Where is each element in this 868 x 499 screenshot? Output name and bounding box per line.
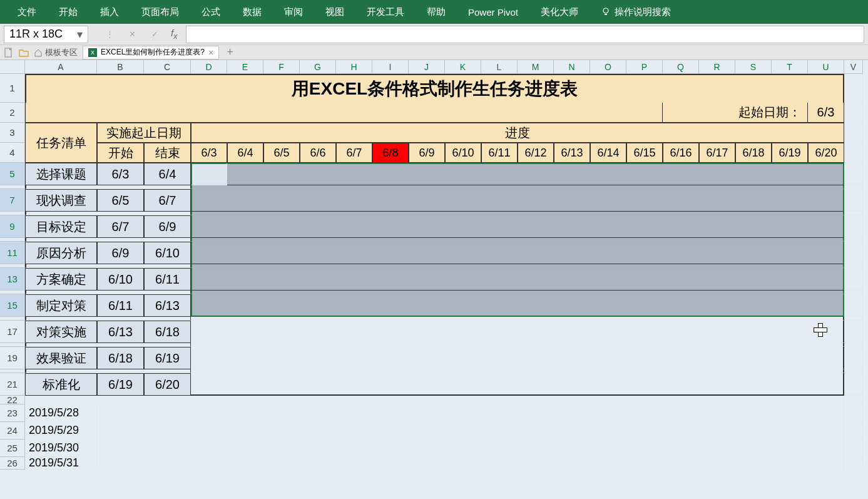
task-name-3[interactable]: 原因分析 bbox=[25, 242, 97, 264]
col-header-J[interactable]: J bbox=[409, 60, 445, 74]
template-area-link[interactable]: 模板专区 bbox=[34, 47, 78, 58]
task-name-4[interactable]: 方案确定 bbox=[25, 268, 97, 291]
task-start-1[interactable]: 6/5 bbox=[97, 189, 144, 212]
extra-date-1[interactable]: 2019/5/29 bbox=[25, 422, 97, 440]
col-header-G[interactable]: G bbox=[300, 60, 336, 74]
row-header-7[interactable]: 7 bbox=[0, 189, 25, 212]
gantt-row-2[interactable] bbox=[191, 215, 844, 238]
task-start-8[interactable]: 6/19 bbox=[97, 373, 144, 396]
row-header-23[interactable]: 23 bbox=[0, 404, 25, 422]
row-header-19[interactable]: 19 bbox=[0, 347, 25, 369]
document-tab[interactable]: X EXCEL里如何制作任务进度表? × bbox=[83, 46, 219, 59]
col-header-O[interactable]: O bbox=[590, 60, 626, 74]
col-header-Q[interactable]: Q bbox=[663, 60, 699, 74]
row-header-1[interactable]: 1 bbox=[0, 74, 25, 103]
row-header-24[interactable]: 24 bbox=[0, 422, 25, 440]
col-header-F[interactable]: F bbox=[263, 60, 300, 74]
task-name-1[interactable]: 现状调查 bbox=[25, 189, 97, 212]
col-header-A[interactable]: A bbox=[25, 60, 97, 74]
task-name-5[interactable]: 制定对策 bbox=[25, 294, 97, 317]
col-header-V[interactable]: V bbox=[844, 60, 863, 74]
new-file-icon[interactable] bbox=[4, 48, 14, 58]
task-end-7[interactable]: 6/19 bbox=[144, 347, 191, 369]
ribbon-developer[interactable]: 开发工具 bbox=[355, 0, 416, 24]
gantt-row-1[interactable] bbox=[191, 189, 844, 212]
gantt-row-4[interactable] bbox=[191, 268, 844, 291]
task-start-3[interactable]: 6/9 bbox=[97, 242, 144, 264]
row-header-25[interactable]: 25 bbox=[0, 440, 25, 457]
ribbon-home[interactable]: 开始 bbox=[48, 0, 89, 24]
col-header-P[interactable]: P bbox=[626, 60, 663, 74]
active-cell[interactable] bbox=[191, 163, 227, 185]
ribbon-tell-me[interactable]: 操作说明搜索 bbox=[590, 0, 682, 24]
extra-date-0[interactable]: 2019/5/28 bbox=[25, 404, 97, 422]
col-header-D[interactable]: D bbox=[191, 60, 227, 74]
ribbon-data[interactable]: 数据 bbox=[232, 0, 273, 24]
gantt-row-5[interactable] bbox=[191, 294, 844, 317]
task-end-2[interactable]: 6/9 bbox=[144, 215, 191, 238]
col-header-H[interactable]: H bbox=[336, 60, 372, 74]
extra-date-2[interactable]: 2019/5/30 bbox=[25, 440, 97, 457]
col-header-T[interactable]: T bbox=[772, 60, 808, 74]
row-header-4[interactable]: 4 bbox=[0, 143, 25, 163]
task-name-2[interactable]: 目标设定 bbox=[25, 215, 97, 238]
col-header-E[interactable]: E bbox=[227, 60, 263, 74]
task-end-5[interactable]: 6/13 bbox=[144, 294, 191, 317]
gantt-row-6[interactable] bbox=[191, 321, 844, 343]
cancel-formula-button[interactable]: ✕ bbox=[122, 27, 142, 42]
formula-input[interactable] bbox=[186, 26, 864, 43]
ribbon-help[interactable]: 帮助 bbox=[416, 0, 457, 24]
col-header-B[interactable]: B bbox=[97, 60, 144, 74]
col-header-N[interactable]: N bbox=[554, 60, 590, 74]
row-header-3[interactable]: 3 bbox=[0, 123, 25, 143]
task-end-1[interactable]: 6/7 bbox=[144, 189, 191, 212]
task-start-2[interactable]: 6/7 bbox=[97, 215, 144, 238]
row-header-21[interactable]: 21 bbox=[0, 373, 25, 396]
ribbon-beautify[interactable]: 美化大师 bbox=[529, 0, 590, 24]
open-folder-icon[interactable] bbox=[19, 48, 29, 58]
new-tab-button[interactable]: + bbox=[224, 46, 236, 59]
name-box[interactable]: 11R x 18C ▾ bbox=[4, 26, 88, 43]
task-start-6[interactable]: 6/13 bbox=[97, 321, 144, 343]
ribbon-review[interactable]: 审阅 bbox=[273, 0, 314, 24]
gantt-row-0-rest[interactable] bbox=[227, 163, 844, 185]
gantt-row-8[interactable] bbox=[191, 373, 844, 396]
task-end-4[interactable]: 6/11 bbox=[144, 268, 191, 291]
col-header-M[interactable]: M bbox=[518, 60, 554, 74]
col-header-I[interactable]: I bbox=[372, 60, 409, 74]
col-header-U[interactable]: U bbox=[808, 60, 844, 74]
task-name-6[interactable]: 对策实施 bbox=[25, 321, 97, 343]
close-tab-icon[interactable]: × bbox=[208, 48, 213, 58]
task-end-6[interactable]: 6/18 bbox=[144, 321, 191, 343]
task-start-7[interactable]: 6/18 bbox=[97, 347, 144, 369]
row-header-5[interactable]: 5 bbox=[0, 163, 25, 185]
start-date-value[interactable]: 6/3 bbox=[808, 103, 844, 123]
chevron-down-icon[interactable]: ▾ bbox=[77, 28, 83, 41]
row-header-2[interactable]: 2 bbox=[0, 103, 25, 123]
spreadsheet[interactable]: ABCDEFGHIJKLMNOPQRSTUV1用EXCEL条件格式制作生任务进度… bbox=[0, 60, 868, 470]
row-header-17[interactable]: 17 bbox=[0, 321, 25, 343]
select-all-corner[interactable] bbox=[0, 60, 25, 74]
task-end-0[interactable]: 6/4 bbox=[144, 163, 191, 185]
ribbon-insert[interactable]: 插入 bbox=[89, 0, 130, 24]
col-header-L[interactable]: L bbox=[481, 60, 518, 74]
task-name-0[interactable]: 选择课题 bbox=[25, 163, 97, 185]
task-start-0[interactable]: 6/3 bbox=[97, 163, 144, 185]
ribbon-page-layout[interactable]: 页面布局 bbox=[130, 0, 190, 24]
task-end-8[interactable]: 6/20 bbox=[144, 373, 191, 396]
row-header-22[interactable]: 22 bbox=[0, 396, 25, 404]
extra-date-3[interactable]: 2019/5/31 bbox=[25, 457, 97, 470]
fx-icon[interactable]: fx bbox=[167, 28, 183, 41]
ribbon-power-pivot[interactable]: Power Pivot bbox=[457, 0, 529, 24]
task-name-7[interactable]: 效果验证 bbox=[25, 347, 97, 369]
task-name-8[interactable]: 标准化 bbox=[25, 373, 97, 396]
row-header-11[interactable]: 11 bbox=[0, 242, 25, 264]
row-header-26[interactable]: 26 bbox=[0, 457, 25, 470]
ribbon-formulas[interactable]: 公式 bbox=[190, 0, 232, 24]
task-end-3[interactable]: 6/10 bbox=[144, 242, 191, 264]
col-header-S[interactable]: S bbox=[735, 60, 772, 74]
row-header-15[interactable]: 15 bbox=[0, 294, 25, 317]
col-header-K[interactable]: K bbox=[445, 60, 481, 74]
row-header-13[interactable]: 13 bbox=[0, 268, 25, 291]
col-header-R[interactable]: R bbox=[699, 60, 735, 74]
